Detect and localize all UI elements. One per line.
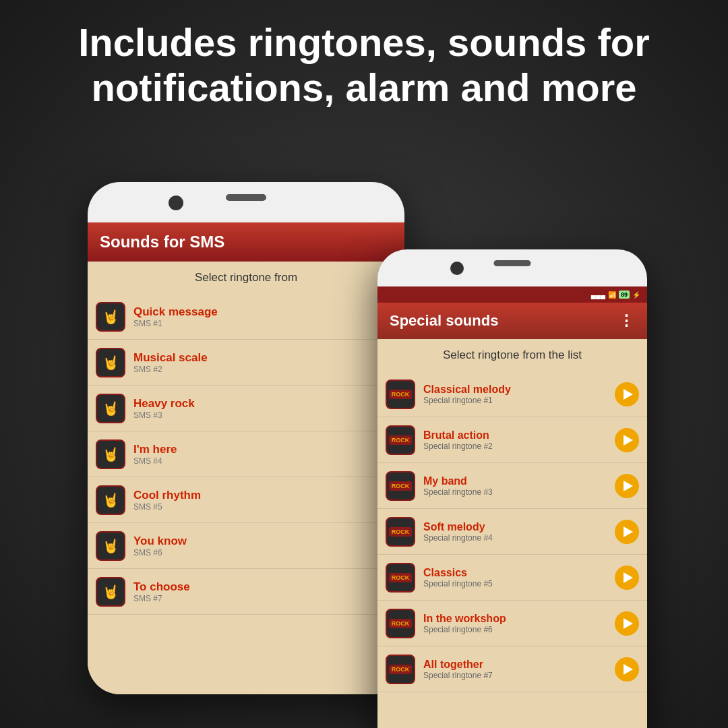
phones-container: Sounds for SMS Select ringtone from Quic… [0,162,728,728]
item-icon: ROCK [386,471,415,501]
list-item[interactable]: ROCK Brutal action Special ringtone #2 [377,417,647,463]
rock-hand-icon [102,400,119,417]
play-triangle-icon [624,435,633,446]
play-triangle-icon [624,618,633,629]
left-screen: Sounds for SMS Select ringtone from Quic… [88,222,404,694]
item-name: Classics [423,567,615,579]
rock-hand-icon [102,355,119,371]
rock-badge-icon: ROCK [389,619,413,628]
list-item[interactable]: To choose SMS #7 [88,569,404,615]
rock-badge-icon: ROCK [389,573,413,582]
play-button[interactable] [615,611,639,636]
left-camera [169,195,183,210]
item-name: Musical scale [133,351,396,365]
item-sub: Special ringtone #7 [423,671,615,680]
play-triangle-icon [624,481,633,491]
item-icon: ROCK [386,655,415,684]
item-sub: Special ringtone #2 [423,442,615,451]
play-button[interactable] [615,474,639,498]
item-name: I'm here [133,443,396,456]
rock-badge-icon: ROCK [389,435,413,445]
play-triangle-icon [624,664,633,675]
status-bar: ▄▄▄ 📶 89 ⚡ [377,286,647,303]
list-item[interactable]: ROCK Classics Special ringtone #5 [377,555,647,601]
phone-right: ▄▄▄ 📶 89 ⚡ Special sounds ⋮ Select ringt… [377,249,647,728]
wifi-icon: 📶 [608,291,616,299]
list-item[interactable]: Heavy rock SMS #3 [88,386,404,431]
right-screen: ▄▄▄ 📶 89 ⚡ Special sounds ⋮ Select ringt… [377,286,647,728]
left-ringtone-list: Quick message SMS #1 Musical scale SMS #… [88,294,404,615]
item-icon [96,531,125,561]
item-name: You know [133,535,396,548]
item-name: In the workshop [423,613,615,625]
rock-badge-icon: ROCK [389,665,413,674]
list-item[interactable]: I'm here SMS #4 [88,431,404,477]
right-ringtone-list: ROCK Classical melody Special ringtone #… [377,371,647,692]
item-icon: ROCK [386,563,415,593]
item-name: Quick message [133,305,396,319]
item-text: Quick message SMS #1 [133,305,396,328]
battery-icon: 89 [619,291,630,299]
item-name: Heavy rock [133,397,396,411]
item-name: Cool rhythm [133,489,396,502]
headline-line1: Includes ringtones, sounds for [40,20,688,65]
rock-hand-icon [102,309,119,325]
play-button[interactable] [615,520,639,544]
list-item[interactable]: ROCK Soft melody Special ringtone #4 [377,509,647,555]
item-icon: ROCK [386,380,415,409]
rock-hand-icon [102,584,119,600]
item-sub: Special ringtone #5 [423,579,615,588]
list-item[interactable]: ROCK All together Special ringtone #7 [377,646,647,692]
menu-dots-icon[interactable]: ⋮ [619,312,635,330]
item-text: Cool rhythm SMS #5 [133,489,396,512]
item-name: Soft melody [423,521,615,533]
item-name: To choose [133,580,396,594]
play-button[interactable] [615,428,639,452]
item-icon: ROCK [386,517,415,547]
item-sub: SMS #2 [133,365,396,374]
item-name: Brutal action [423,429,615,442]
play-button[interactable] [615,382,639,406]
rock-badge-icon: ROCK [389,527,413,537]
item-text: Soft melody Special ringtone #4 [423,521,615,543]
left-app-bar: Sounds for SMS [88,222,404,262]
item-sub: SMS #1 [133,319,396,328]
play-button[interactable] [615,657,639,681]
signal-icon: ▄▄▄ [591,291,605,299]
page-wrapper: Includes ringtones, sounds for notificat… [0,0,728,728]
list-item[interactable]: Musical scale SMS #2 [88,340,404,386]
list-item[interactable]: You know SMS #6 [88,523,404,569]
play-triangle-icon [624,572,633,583]
rock-badge-icon: ROCK [389,481,413,491]
right-subtitle: Select ringtone from the list [377,339,647,371]
play-button[interactable] [615,566,639,590]
right-app-title: Special sounds [390,312,498,330]
left-app-title: Sounds for SMS [100,233,224,251]
item-text: To choose SMS #7 [133,580,396,603]
item-text: All together Special ringtone #7 [423,659,615,680]
item-sub: Special ringtone #3 [423,487,615,497]
list-item[interactable]: ROCK In the workshop Special ringtone #6 [377,601,647,646]
item-name: Classical melody [423,384,615,396]
item-text: My band Special ringtone #3 [423,475,615,497]
headline-line2: notifications, alarm and more [40,65,688,111]
item-icon [96,348,125,377]
left-subtitle: Select ringtone from [88,262,404,294]
item-name: My band [423,475,615,487]
phone-left: Sounds for SMS Select ringtone from Quic… [88,182,404,694]
list-item[interactable]: Cool rhythm SMS #5 [88,477,404,523]
list-item[interactable]: ROCK My band Special ringtone #3 [377,463,647,509]
headline: Includes ringtones, sounds for notificat… [0,0,728,123]
list-item[interactable]: ROCK Classical melody Special ringtone #… [377,371,647,417]
item-icon [96,577,125,607]
item-sub: SMS #3 [133,411,396,420]
item-name: All together [423,659,615,671]
item-icon: ROCK [386,425,415,455]
item-sub: SMS #5 [133,502,396,512]
item-icon [96,485,125,515]
right-camera [450,262,464,275]
list-item[interactable]: Quick message SMS #1 [88,294,404,340]
rock-hand-icon [102,492,119,508]
bolt-icon: ⚡ [632,291,640,299]
right-app-bar: Special sounds ⋮ [377,303,647,339]
